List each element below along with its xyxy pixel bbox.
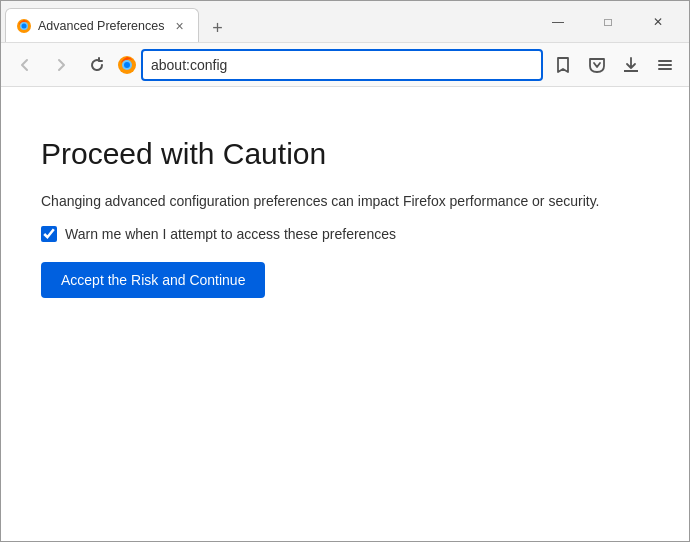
back-button[interactable]: [9, 49, 41, 81]
address-bar[interactable]: [141, 49, 543, 81]
warn-checkbox-row: Warn me when I attempt to access these p…: [41, 226, 649, 242]
firefox-logo: [117, 55, 137, 75]
bookmark-icon: [554, 56, 572, 74]
title-bar: Advanced Preferences × + — □ ✕: [1, 1, 689, 43]
menu-icon: [656, 56, 674, 74]
svg-point-5: [124, 62, 130, 68]
tab-title: Advanced Preferences: [38, 19, 164, 33]
accept-risk-button[interactable]: Accept the Risk and Continue: [41, 262, 265, 298]
svg-rect-7: [658, 64, 672, 66]
page-content: Proceed with Caution Changing advanced c…: [1, 87, 689, 541]
download-icon: [622, 56, 640, 74]
back-icon: [17, 57, 33, 73]
navigation-bar: [1, 43, 689, 87]
page-description: Changing advanced configuration preferen…: [41, 191, 649, 212]
forward-button[interactable]: [45, 49, 77, 81]
minimize-button[interactable]: —: [535, 6, 581, 38]
forward-icon: [53, 57, 69, 73]
svg-point-2: [22, 23, 27, 28]
svg-rect-8: [658, 68, 672, 70]
page-heading: Proceed with Caution: [41, 137, 649, 171]
warn-checkbox[interactable]: [41, 226, 57, 242]
maximize-button[interactable]: □: [585, 6, 631, 38]
tab-favicon: [16, 18, 32, 34]
address-bar-container: [141, 49, 543, 81]
menu-button[interactable]: [649, 49, 681, 81]
bookmark-button[interactable]: [547, 49, 579, 81]
downloads-button[interactable]: [615, 49, 647, 81]
refresh-icon: [89, 57, 105, 73]
tab-close-button[interactable]: ×: [170, 17, 188, 35]
pocket-button[interactable]: [581, 49, 613, 81]
browser-window: Advanced Preferences × + — □ ✕: [0, 0, 690, 542]
tab-area: Advanced Preferences × +: [1, 1, 527, 42]
close-button[interactable]: ✕: [635, 6, 681, 38]
pocket-icon: [588, 56, 606, 74]
refresh-button[interactable]: [81, 49, 113, 81]
window-controls: — □ ✕: [527, 1, 689, 42]
svg-rect-6: [658, 60, 672, 62]
new-tab-button[interactable]: +: [203, 14, 231, 42]
active-tab[interactable]: Advanced Preferences ×: [5, 8, 199, 42]
nav-icons: [547, 49, 681, 81]
warn-checkbox-label[interactable]: Warn me when I attempt to access these p…: [65, 226, 396, 242]
